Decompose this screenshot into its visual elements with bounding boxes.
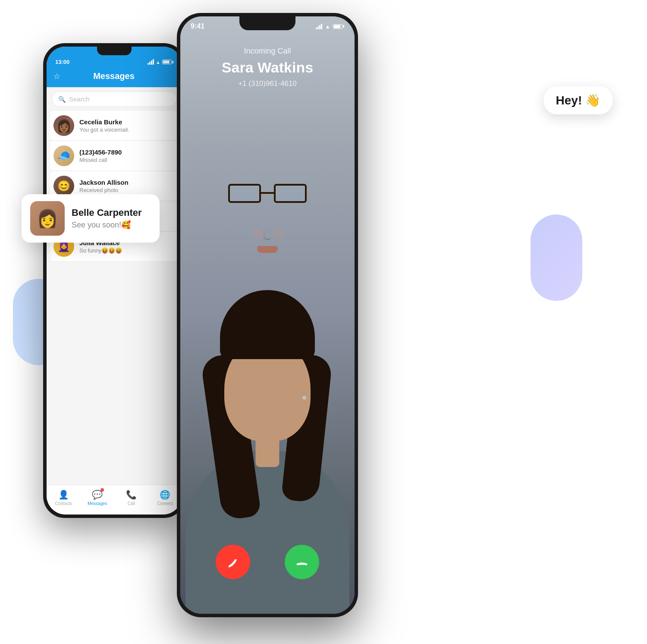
avatar-number — [53, 145, 74, 166]
contact-info-number: (123)456-7890 Missed call — [79, 148, 175, 163]
phone-messages: 13:00 ▲ — [43, 43, 185, 518]
nav-label-call: Call — [128, 501, 135, 506]
belle-name: Belle Carpenter — [72, 207, 142, 218]
glasses-right — [274, 184, 307, 203]
status-time-call: 9:41 — [191, 22, 204, 30]
search-input[interactable]: Search — [69, 95, 90, 103]
lips — [257, 246, 278, 253]
messages-header: ☆ Messages — [47, 69, 182, 87]
call-overlay: Incoming Call Sara Watkins +1 (310)961-4… — [180, 38, 355, 97]
bottom-nav: 👤 Contacts 💬 Messages 📞 Call 🌐 Connect — [47, 485, 182, 515]
phone-notch-large — [239, 16, 295, 30]
contact-preview-julia: So funny😝😝😝 — [79, 247, 175, 254]
status-time-messages: 13:00 — [55, 59, 69, 65]
hey-text: Hey! 👋 — [556, 94, 600, 107]
nav-item-contacts[interactable]: 👤 Contacts — [47, 489, 81, 506]
decorative-blob-right — [531, 215, 582, 301]
nav-label-connect: Connect — [157, 501, 173, 506]
cheek-left — [272, 230, 285, 238]
contact-name-cecelia: Cecelia Burke — [79, 118, 175, 126]
hey-bubble: Hey! 👋 — [544, 86, 612, 114]
status-icons-call: ▲ — [316, 23, 344, 30]
battery-icon — [162, 60, 173, 64]
messages-icon: 💬 — [92, 489, 103, 500]
contact-name-number: (123)456-7890 — [79, 148, 175, 156]
contact-info-jackson: Jackson Allison Received photo — [79, 179, 175, 193]
shoulders — [185, 450, 349, 614]
hair-top — [220, 290, 315, 359]
belle-message: See you soon!🥰 — [72, 220, 142, 230]
wifi-icon: ▲ — [156, 60, 160, 65]
belle-info: Belle Carpenter See you soon!🥰 — [72, 207, 142, 230]
contact-item-number[interactable]: (123)456-7890 Missed call — [50, 141, 179, 171]
nose — [264, 230, 271, 240]
floating-card-belle: 👩 Belle Carpenter See you soon!🥰 — [22, 194, 160, 243]
glasses-left — [228, 184, 261, 203]
scene: 13:00 ▲ — [0, 0, 647, 644]
caller-name: Sara Watkins — [189, 59, 346, 76]
glasses — [226, 184, 308, 204]
messages-title: Messages — [60, 71, 167, 81]
nav-label-messages: Messages — [88, 501, 107, 506]
call-buttons — [180, 545, 355, 579]
caller-number: +1 (310)961-4610 — [189, 79, 346, 88]
accept-button[interactable] — [285, 545, 319, 579]
decline-button[interactable] — [216, 545, 250, 579]
phone-notch-small — [97, 47, 132, 55]
contact-item-cecelia[interactable]: Cecelia Burke You got a voicemail. — [50, 111, 179, 141]
call-icon: 📞 — [126, 489, 137, 500]
battery-icon-call — [333, 24, 344, 29]
cheek-right — [252, 230, 265, 238]
contact-preview-jackson: Received photo — [79, 187, 175, 193]
signal-icon-call — [316, 24, 322, 29]
contacts-icon: 👤 — [58, 489, 69, 500]
search-bar[interactable]: 🔍 Search — [52, 92, 177, 107]
status-icons-messages: ▲ — [148, 59, 173, 65]
incoming-label: Incoming Call — [189, 47, 346, 56]
avatar-belle: 👩 — [30, 201, 65, 236]
contact-preview-cecelia: You got a voicemail. — [79, 126, 175, 133]
signal-icon — [148, 59, 154, 65]
wifi-icon-call: ▲ — [325, 23, 330, 30]
nav-item-call[interactable]: 📞 Call — [114, 489, 148, 506]
nav-label-contacts: Contacts — [55, 501, 72, 506]
nav-item-messages[interactable]: 💬 Messages — [81, 489, 115, 506]
connect-icon: 🌐 — [160, 489, 170, 500]
star-icon[interactable]: ☆ — [53, 72, 60, 81]
earring — [302, 396, 306, 400]
avatar-cecelia — [53, 115, 74, 136]
contact-preview-number: Missed call — [79, 157, 175, 163]
avatar-jackson — [53, 176, 74, 196]
contact-name-jackson: Jackson Allison — [79, 179, 175, 186]
contact-info-cecelia: Cecelia Burke You got a voicemail. — [79, 118, 175, 133]
glasses-bridge — [261, 192, 274, 194]
phone-call: 9:41 ▲ — [177, 13, 358, 617]
call-background — [180, 16, 355, 614]
search-icon: 🔍 — [58, 96, 66, 103]
person-visual — [180, 88, 355, 614]
